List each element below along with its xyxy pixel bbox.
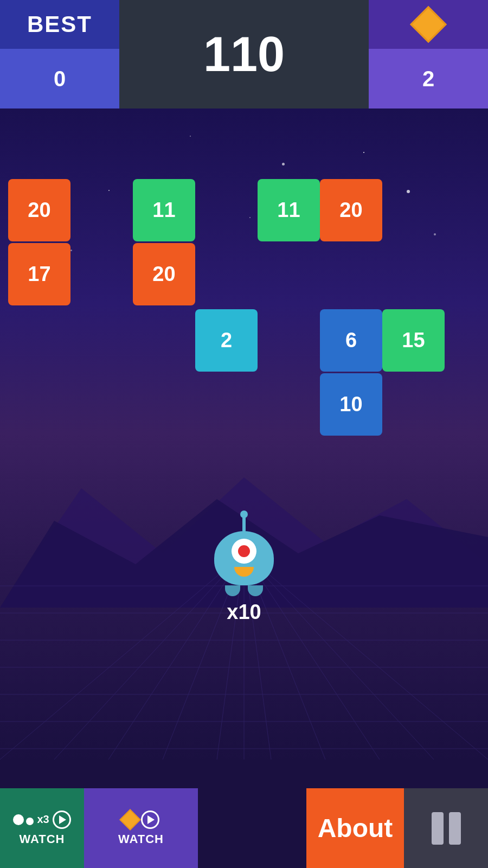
block-b3[interactable]: 11 xyxy=(258,179,320,241)
play-triangle-purple xyxy=(147,815,155,824)
dot-small xyxy=(26,818,34,825)
about-label: About xyxy=(318,813,393,843)
monster-mouth xyxy=(234,567,254,577)
play-circle-purple xyxy=(141,810,159,829)
score-panel: 110 xyxy=(119,0,369,108)
watch-green-button[interactable]: x3 WATCH xyxy=(0,788,84,868)
block-b1[interactable]: 20 xyxy=(8,179,70,241)
score-value: 110 xyxy=(203,27,285,82)
best-value-row: 0 xyxy=(0,49,119,108)
gems-panel: 2 xyxy=(369,0,488,108)
watch-purple-label: WATCH xyxy=(118,832,164,846)
block-b8[interactable]: 6 xyxy=(320,309,382,372)
bottom-spacer xyxy=(198,788,306,868)
header: BEST 0 110 2 xyxy=(0,0,488,108)
play-circle-green xyxy=(53,810,71,829)
gems-value-row: 2 xyxy=(369,49,488,108)
x3-badge: x3 xyxy=(37,813,49,826)
multiplier: x10 xyxy=(227,601,261,624)
monster-antenna xyxy=(242,516,246,532)
pause-bar-left xyxy=(432,812,444,845)
game-area[interactable]: 201111201720261510 x10 xyxy=(0,108,488,760)
dots-icon xyxy=(13,814,34,825)
svg-line-19 xyxy=(244,553,488,760)
pause-button[interactable] xyxy=(404,788,488,868)
star xyxy=(282,163,285,165)
star xyxy=(70,250,72,251)
monster-body xyxy=(214,531,274,585)
monster-foot-left xyxy=(225,585,240,596)
star xyxy=(108,190,110,191)
gems-value: 2 xyxy=(422,67,434,91)
star xyxy=(190,136,191,137)
monster-eye xyxy=(232,539,256,564)
star xyxy=(249,217,251,218)
dot-large xyxy=(13,814,24,825)
about-button[interactable]: About xyxy=(306,788,404,868)
play-triangle-green xyxy=(59,815,66,824)
block-b5[interactable]: 17 xyxy=(8,243,70,305)
diamond-icon xyxy=(410,6,447,43)
watch-green-icon-row: x3 xyxy=(13,810,70,829)
best-panel: BEST 0 xyxy=(0,0,119,108)
best-label-row: BEST xyxy=(0,0,119,49)
watch-purple-button[interactable]: WATCH xyxy=(84,788,198,868)
pause-bar-right xyxy=(449,812,461,845)
monster-feet xyxy=(225,585,263,596)
monster-area: x10 xyxy=(214,531,274,624)
monster-foot-right xyxy=(248,585,263,596)
monster-pupil xyxy=(238,545,250,557)
star xyxy=(434,233,436,235)
block-b9[interactable]: 15 xyxy=(382,309,445,372)
block-b4[interactable]: 20 xyxy=(320,179,382,241)
gems-icon-row xyxy=(369,0,488,49)
best-label: BEST xyxy=(27,11,92,37)
block-b2[interactable]: 11 xyxy=(133,179,195,241)
svg-line-9 xyxy=(0,553,244,760)
watch-purple-icon-row xyxy=(123,810,159,829)
block-b6[interactable]: 20 xyxy=(133,243,195,305)
watch-green-label: WATCH xyxy=(19,832,65,846)
block-b7[interactable]: 2 xyxy=(195,309,258,372)
block-b10[interactable]: 10 xyxy=(320,373,382,436)
star xyxy=(363,152,364,153)
diamond-small-icon xyxy=(119,809,141,831)
star xyxy=(407,190,410,193)
best-value: 0 xyxy=(54,67,66,91)
bottom-bar: x3 WATCH WATCH About xyxy=(0,788,488,868)
